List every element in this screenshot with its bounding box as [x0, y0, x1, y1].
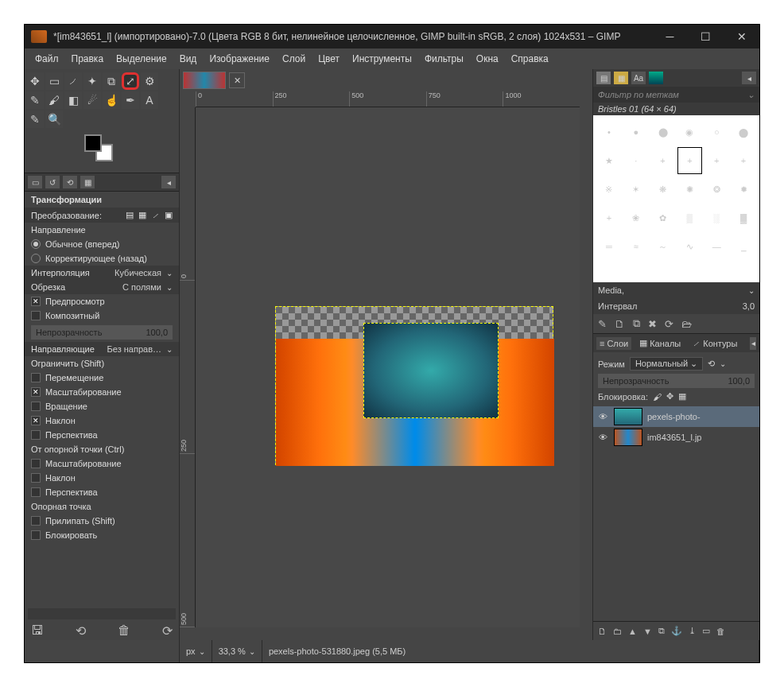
brush-filter[interactable]: Фильтр по меткам⌄ — [593, 87, 759, 103]
composite-check[interactable] — [31, 311, 41, 320]
direction-normal-radio[interactable] — [31, 239, 41, 249]
unified-transform-tool[interactable]: ⤢ — [122, 72, 139, 90]
close-tab-button[interactable]: ✕ — [229, 72, 245, 88]
save-preset-icon[interactable]: 🖫 — [31, 623, 44, 638]
reset-preset-icon[interactable]: ⟳ — [162, 623, 173, 638]
zoom-select[interactable]: 33,3 % — [219, 646, 246, 656]
preview-check[interactable] — [31, 297, 41, 306]
warp-tool[interactable]: ✎ — [26, 91, 44, 109]
brush-tool[interactable]: 🖌 — [45, 91, 63, 109]
snap-check[interactable] — [31, 516, 41, 526]
close-button[interactable]: ✕ — [724, 25, 759, 49]
visibility-icon[interactable]: 👁 — [596, 433, 609, 442]
layer-item[interactable]: 👁 pexels-photo- — [593, 406, 759, 427]
layers-dock-menu[interactable]: ◂ — [750, 337, 756, 350]
patterns-tab[interactable]: ▦ — [614, 72, 628, 84]
canvas[interactable] — [275, 306, 553, 465]
eraser-tool[interactable]: ◧ — [64, 91, 82, 109]
transform-target-path[interactable]: ⟋ — [151, 211, 160, 220]
menu-help[interactable]: Справка — [506, 51, 554, 67]
menu-edit[interactable]: Правка — [66, 51, 110, 67]
chevron-down-icon[interactable]: ⌄ — [166, 345, 173, 354]
lower-layer-icon[interactable]: ▼ — [643, 627, 652, 636]
layers-tab[interactable]: ≡ Слои — [596, 337, 631, 350]
lock-pixels-icon[interactable]: 🖌 — [653, 392, 662, 402]
menu-file[interactable]: Файл — [29, 51, 64, 67]
paths-tab[interactable]: ⟋ Контуры — [689, 337, 740, 350]
duplicate-layer-icon[interactable]: ⧉ — [658, 626, 665, 636]
pivot-shear-check[interactable] — [31, 473, 41, 483]
restore-preset-icon[interactable]: ⟲ — [76, 623, 86, 638]
dock-menu[interactable]: ◂ — [161, 176, 176, 188]
chevron-down-icon[interactable]: ⌄ — [166, 269, 173, 278]
new-group-icon[interactable]: 🗀 — [613, 627, 622, 636]
brush-grid[interactable]: •●⬤◉○● ★·++++ ※✶❋✺❂✹ +❀✿▒░▓ ═≈～∿―⎯ — [593, 115, 759, 282]
constrain-shear-check[interactable] — [31, 416, 41, 425]
brush-preset-select[interactable]: Media, — [598, 285, 624, 295]
layer-list[interactable]: 👁 pexels-photo- 👁 im843651_l.jp — [593, 406, 759, 621]
left-scrollbar[interactable] — [28, 608, 176, 619]
mode-reset-icon[interactable]: ⟲ — [708, 359, 715, 369]
handle-transform-tool[interactable]: ⚙ — [141, 72, 158, 90]
layer-selection[interactable] — [363, 323, 499, 418]
delete-brush-icon[interactable]: ✖ — [648, 318, 657, 330]
menu-color[interactable]: Цвет — [312, 51, 345, 67]
dock-tab-undo[interactable]: ⟲ — [63, 176, 77, 188]
path-tool[interactable]: ✒ — [122, 91, 139, 109]
duplicate-brush-icon[interactable]: ⧉ — [633, 317, 640, 330]
free-select-tool[interactable]: ⟋ — [64, 72, 82, 90]
menu-filters[interactable]: Фильтры — [419, 51, 469, 67]
dock-tab-images[interactable]: ▦ — [80, 176, 95, 188]
menu-image[interactable]: Изображение — [204, 51, 275, 67]
zoom-tool[interactable]: 🔍 — [45, 111, 63, 128]
constrain-scale-check[interactable] — [31, 387, 41, 397]
lock-check[interactable] — [31, 530, 41, 540]
blend-mode-select[interactable]: Нормальный ⌄ — [630, 357, 703, 371]
transform-target-layer[interactable]: ▤ — [126, 210, 134, 220]
visibility-icon[interactable]: 👁 — [596, 412, 609, 421]
canvas-viewport[interactable] — [196, 107, 580, 627]
fuzzy-select-tool[interactable]: ✦ — [83, 72, 101, 90]
opacity-slider[interactable]: Непрозрачность100,0 — [31, 325, 173, 340]
chevron-down-icon[interactable]: ⌄ — [166, 283, 173, 292]
edit-brush-icon[interactable]: ✎ — [598, 318, 607, 330]
crop-tool[interactable]: ⧉ — [103, 72, 120, 90]
constrain-move-check[interactable] — [31, 373, 41, 382]
clone-tool[interactable]: ☄ — [83, 91, 101, 109]
lock-alpha-icon[interactable]: ▦ — [678, 391, 686, 402]
color-picker-tool[interactable]: ✎ — [26, 111, 44, 128]
dock-tab-tooloptions[interactable]: ▭ — [28, 176, 42, 188]
menu-view[interactable]: Вид — [174, 51, 203, 67]
brushes-tab[interactable]: ▤ — [596, 72, 611, 84]
smudge-tool[interactable]: ☝ — [103, 91, 120, 109]
lock-position-icon[interactable]: ✥ — [666, 391, 673, 402]
pivot-scale-check[interactable] — [31, 459, 41, 468]
crop-value[interactable]: С полями — [122, 282, 161, 292]
direction-corrective-radio[interactable] — [31, 254, 41, 263]
transform-target-image[interactable]: ▣ — [165, 210, 173, 220]
unit-select[interactable]: px — [186, 646, 196, 656]
constrain-perspective-check[interactable] — [31, 430, 41, 440]
interpolation-value[interactable]: Кубическая — [114, 268, 161, 278]
raise-layer-icon[interactable]: ▲ — [628, 627, 637, 636]
layer-opacity-slider[interactable]: Непрозрачность100,0 — [598, 374, 755, 388]
text-tool[interactable]: A — [141, 91, 158, 109]
gradients-tab[interactable] — [649, 72, 663, 84]
menu-select[interactable]: Выделение — [111, 51, 173, 67]
mask-layer-icon[interactable]: ▭ — [702, 626, 710, 636]
minimize-button[interactable]: ─ — [652, 25, 688, 49]
menu-tools[interactable]: Инструменты — [347, 51, 417, 67]
rect-select-tool[interactable]: ▭ — [45, 72, 63, 90]
layer-item[interactable]: 👁 im843651_l.jp — [593, 427, 759, 448]
dock-tab-device[interactable]: ↺ — [45, 176, 60, 188]
menu-layer[interactable]: Слой — [277, 51, 311, 67]
transform-target-selection[interactable]: ▦ — [138, 210, 146, 220]
menu-windows[interactable]: Окна — [471, 51, 504, 67]
image-tab[interactable] — [183, 72, 226, 89]
fg-color[interactable] — [84, 134, 102, 152]
open-brush-icon[interactable]: 🗁 — [681, 318, 692, 330]
channels-tab[interactable]: ▦ Каналы — [636, 336, 684, 350]
dock-menu-right[interactable]: ◂ — [742, 72, 756, 84]
maximize-button[interactable]: ☐ — [688, 25, 724, 49]
color-swatch[interactable] — [78, 133, 126, 165]
